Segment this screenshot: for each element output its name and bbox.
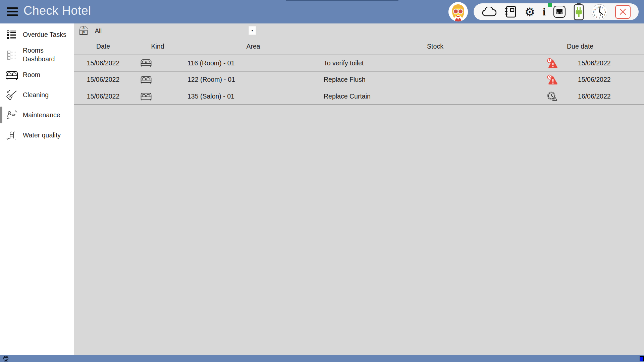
network-status-dot xyxy=(548,3,552,7)
svg-text:1: 1 xyxy=(602,6,603,9)
sidebar-item-label: Cleaning xyxy=(23,91,49,100)
svg-text:10: 10 xyxy=(593,8,596,11)
column-header-stock: Stock xyxy=(324,43,547,50)
task-due-date: 16/06/2022 xyxy=(567,93,644,100)
clock-button[interactable]: 12 1 2 3 4 5 6 7 8 9 10 11 xyxy=(592,4,607,20)
close-x-icon xyxy=(619,8,627,15)
notebook-icon xyxy=(504,5,517,18)
analog-clock-icon: 12 1 2 3 4 5 6 7 8 9 10 11 xyxy=(592,4,607,20)
task-area: 135 (Salon) - 01 xyxy=(183,93,324,100)
svg-text:5: 5 xyxy=(602,16,603,18)
column-header-due-date: Due date xyxy=(567,43,644,50)
table-header: Date Kind Area Stock Due date xyxy=(74,38,644,55)
svg-text:8: 8 xyxy=(594,13,595,16)
task-due-date: 15/06/2022 xyxy=(567,59,644,67)
app-title: Check Hotel xyxy=(23,4,91,18)
floors-filter-icon: 3 P xyxy=(78,25,89,37)
task-stock: Replace Flush xyxy=(324,76,547,83)
svg-text:11: 11 xyxy=(595,6,598,9)
bed-icon xyxy=(4,70,19,80)
avatar-emoji-icon xyxy=(448,2,468,21)
cloud-icon xyxy=(482,7,496,17)
settings-button[interactable]: ⚙ xyxy=(525,6,535,18)
svg-text:9: 9 xyxy=(593,11,594,13)
task-stock: Replace Curtain xyxy=(324,93,547,100)
battery-charging-icon xyxy=(574,3,584,20)
sidebar-item-room[interactable]: Room xyxy=(0,65,74,85)
network-button[interactable] xyxy=(553,5,566,18)
sidebar-item-overdue-tasks[interactable]: Overdue Tasks xyxy=(0,25,74,45)
sidebar-item-rooms-dashboard[interactable]: Rooms Dashboard xyxy=(0,45,74,65)
sidebar-item-maintenance[interactable]: Maintenance xyxy=(0,105,74,125)
app-window: Check Hotel xyxy=(0,0,644,362)
cloud-sync-button[interactable] xyxy=(482,7,496,17)
info-icon: i xyxy=(543,7,546,17)
sidebar-item-water-quality[interactable]: Water quality xyxy=(0,125,74,145)
svg-text:4: 4 xyxy=(604,13,605,16)
column-header-kind: Kind xyxy=(132,43,183,50)
area-filter-select[interactable]: 3 P All ▾ xyxy=(74,23,644,38)
sidebar-item-label: Water quality xyxy=(23,131,61,140)
task-row[interactable]: 15/06/2022 122 (Room) - 01 Replace Flush xyxy=(74,71,644,88)
svg-text:7: 7 xyxy=(596,16,597,18)
task-date: 15/06/2022 xyxy=(74,93,132,100)
sidebar-item-label: Overdue Tasks xyxy=(23,31,66,39)
system-tray: ⚙ i xyxy=(474,3,639,20)
scrollbar-thumb[interactable] xyxy=(640,356,644,361)
svg-text:P: P xyxy=(82,31,85,35)
title-bar: Check Hotel xyxy=(0,0,644,23)
svg-text:3: 3 xyxy=(605,11,606,13)
bed-icon xyxy=(132,58,183,68)
svg-text:3: 3 xyxy=(83,26,85,30)
column-header-area: Area xyxy=(183,43,324,50)
task-row[interactable]: 15/06/2022 135 (Salon) - 01 Replace Curt… xyxy=(74,88,644,105)
battery-button[interactable] xyxy=(574,3,584,20)
sidebar-item-label: Room xyxy=(23,71,40,79)
sidebar: Overdue Tasks Rooms Dashboard xyxy=(0,23,74,355)
hamburger-menu-icon[interactable] xyxy=(7,7,18,16)
task-row[interactable]: 15/06/2022 116 (Room) - 01 To verify toi… xyxy=(74,55,644,71)
rooms-dashboard-icon xyxy=(4,50,19,60)
sidebar-item-label: Rooms Dashboard xyxy=(23,46,67,63)
pool-ladder-icon xyxy=(4,130,19,141)
overdue-tasks-icon xyxy=(4,29,19,40)
dropdown-arrow-button[interactable]: ▾ xyxy=(249,26,256,35)
status-overdue-icon xyxy=(547,74,567,85)
task-due-date: 15/06/2022 xyxy=(567,76,644,83)
sidebar-item-label: Maintenance xyxy=(23,111,60,120)
status-bar xyxy=(0,355,644,362)
column-header-date: Date xyxy=(74,43,132,50)
task-date: 15/06/2022 xyxy=(74,59,132,67)
network-port-icon xyxy=(553,5,566,18)
user-avatar[interactable] xyxy=(448,2,468,21)
globe-www-icon xyxy=(3,356,9,362)
gear-icon: ⚙ xyxy=(525,6,535,18)
bed-icon xyxy=(132,75,183,84)
broom-icon xyxy=(4,89,19,101)
close-button[interactable] xyxy=(615,5,631,19)
svg-text:6: 6 xyxy=(599,16,600,19)
task-area: 116 (Room) - 01 xyxy=(183,59,324,67)
task-table: 15/06/2022 116 (Room) - 01 To verify toi… xyxy=(74,55,644,105)
task-date: 15/06/2022 xyxy=(74,76,132,83)
bed-icon xyxy=(132,92,183,101)
status-due-soon-icon xyxy=(547,91,567,102)
maintenance-worker-icon xyxy=(4,110,19,121)
sidebar-item-cleaning[interactable]: Cleaning xyxy=(0,85,74,105)
maintenance-page: 3 P All ▾ Date Kind Area Stock Due date … xyxy=(74,23,644,355)
task-stock: To verify toilet xyxy=(324,59,547,67)
status-overdue-icon xyxy=(547,58,567,68)
window-drag-handle[interactable] xyxy=(286,0,398,1)
info-button[interactable]: i xyxy=(543,7,546,17)
area-filter-value: All xyxy=(95,27,102,35)
logbook-button[interactable] xyxy=(504,5,517,18)
task-area: 122 (Room) - 01 xyxy=(183,76,324,83)
